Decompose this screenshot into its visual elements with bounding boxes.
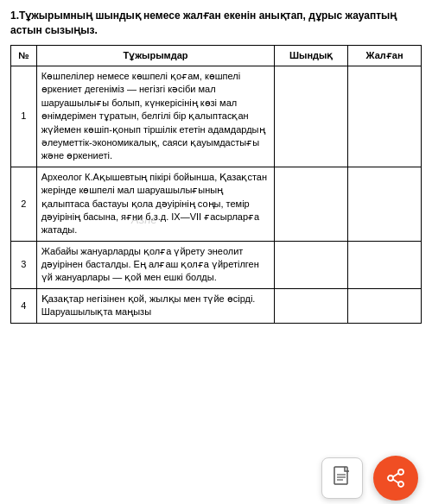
page-container: 1.Тұжырымның шындық немесе жалған екенін…	[0, 0, 432, 504]
header-statement: Тұжырымдар	[36, 45, 275, 66]
row-false-3	[348, 241, 422, 288]
question-title: 1.Тұжырымның шындық немесе жалған екенін…	[10, 9, 422, 38]
table-row: 1 Көшпелілер немесе көшпелі қоғам, көшпе…	[11, 66, 422, 167]
svg-line-8	[393, 479, 399, 482]
row-no-1: 1	[11, 66, 37, 167]
row-truth-1	[275, 66, 348, 167]
header-truth: Шындық	[275, 45, 348, 66]
main-table: № Тұжырымдар Шындық Жалған 1 Көшпелілер …	[10, 45, 422, 324]
row-statement-1: Көшпелілер немесе көшпелі қоғам, көшпелі…	[36, 66, 275, 167]
row-truth-2	[275, 167, 348, 241]
svg-point-5	[388, 476, 393, 481]
document-icon	[332, 466, 353, 490]
table-row: 2 Археолог К.Ақышевтың пікірі бойынша, Қ…	[11, 167, 422, 241]
svg-rect-0	[334, 467, 347, 484]
row-no-4: 4	[11, 288, 37, 323]
header-no: №	[11, 45, 37, 66]
table-row: 3 Жабайы жануарларды қолға үйрету энеоли…	[11, 241, 422, 288]
table-row: 4 Қазақтар негізінен қой, жылқы мен түйе…	[11, 288, 422, 323]
row-statement-2: Археолог К.Ақышевтың пікірі бойынша, Қаз…	[36, 167, 275, 241]
svg-point-4	[398, 469, 403, 475]
share-icon	[385, 468, 406, 488]
header-false: Жалған	[348, 45, 422, 66]
row-false-1	[348, 66, 422, 167]
row-no-2: 2	[11, 167, 37, 241]
document-button[interactable]	[321, 457, 363, 499]
share-button[interactable]	[373, 456, 418, 501]
row-false-4	[348, 288, 422, 323]
row-truth-3	[275, 241, 348, 288]
svg-line-7	[393, 473, 399, 476]
row-truth-4	[275, 288, 348, 323]
svg-point-6	[398, 482, 403, 487]
row-statement-3: Жабайы жануарларды қолға үйрету энеолит …	[36, 241, 275, 288]
row-statement-4: Қазақтар негізінен қой, жылқы мен түйе ө…	[36, 288, 275, 323]
row-false-2	[348, 167, 422, 241]
row-no-3: 3	[11, 241, 37, 288]
